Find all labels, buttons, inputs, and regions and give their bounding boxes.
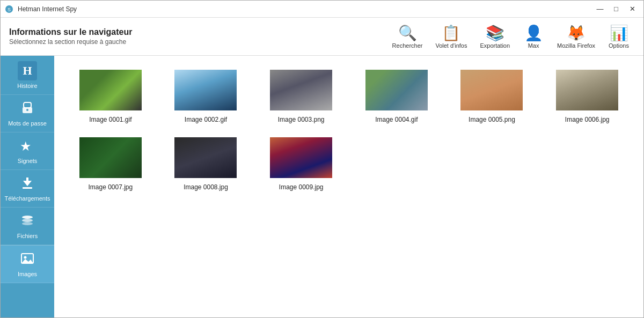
histoire-badge: H xyxy=(18,61,37,80)
main-layout: HHistoireMots de passe★SignetsTélécharge… xyxy=(1,56,643,318)
image-label-6: Image 0006.jpg xyxy=(565,116,610,123)
window-controls: — □ ✕ xyxy=(593,3,639,15)
image-label-9: Image 0009.jpg xyxy=(279,183,324,191)
max-label: Max xyxy=(528,42,539,49)
toolbar-exportation-button[interactable]: 📚Exportation xyxy=(474,22,515,51)
svg-rect-8 xyxy=(23,187,32,189)
exportation-label: Exportation xyxy=(480,42,510,49)
image-thumbnail-wrap-7 xyxy=(78,136,143,179)
toolbar-volet-button[interactable]: 📋Volet d'infos xyxy=(430,22,472,51)
minimize-button[interactable]: — xyxy=(593,3,607,15)
toolbar: 🔍Rechercher📋Volet d'infos📚Exportation👤Ma… xyxy=(387,22,635,51)
app-title: Hetman Internet Spy xyxy=(18,5,77,13)
sidebar-label-histoire: Histoire xyxy=(17,83,37,89)
images-icon xyxy=(20,251,35,269)
svg-rect-2 xyxy=(24,102,31,108)
max-icon: 👤 xyxy=(525,24,542,41)
sidebar-label-mots-de-passe: Mots de passe xyxy=(8,120,47,127)
list-item[interactable]: Image 0007.jpg xyxy=(67,136,154,191)
list-item[interactable]: Image 0002.gif xyxy=(163,69,250,123)
svg-point-13 xyxy=(24,256,27,259)
telechargements-icon xyxy=(20,175,35,193)
content-area[interactable]: Image 0001.gif Image 0002.gif Image 0003… xyxy=(54,56,643,318)
image-thumbnail-2 xyxy=(174,70,237,110)
sidebar-item-images[interactable]: Images xyxy=(1,245,54,283)
image-thumbnail-3 xyxy=(270,70,332,110)
image-label-1: Image 0001.gif xyxy=(89,116,131,123)
svg-text:S: S xyxy=(8,7,11,12)
image-grid: Image 0001.gif Image 0002.gif Image 0003… xyxy=(63,64,635,195)
maximize-button[interactable]: □ xyxy=(609,3,623,15)
list-item[interactable]: Image 0001.gif xyxy=(67,69,154,123)
sidebar-item-mots-de-passe[interactable]: Mots de passe xyxy=(1,95,54,132)
list-item[interactable]: Image 0008.jpg xyxy=(163,136,250,191)
image-label-2: Image 0002.gif xyxy=(185,116,227,123)
image-thumbnail-9 xyxy=(270,137,332,178)
toolbar-options-button[interactable]: 📊Options xyxy=(603,22,635,51)
sidebar-label-fichiers: Fichiers xyxy=(17,233,38,239)
image-thumbnail-4 xyxy=(365,70,428,110)
image-thumbnail-wrap-2 xyxy=(173,69,238,112)
list-item[interactable]: Image 0006.jpg xyxy=(544,69,631,123)
mots-de-passe-icon xyxy=(20,100,35,118)
image-thumbnail-wrap-1 xyxy=(78,69,143,112)
image-thumbnail-wrap-6 xyxy=(555,69,619,112)
exportation-icon: 📚 xyxy=(486,24,503,41)
firefox-icon: 🦊 xyxy=(568,24,585,41)
svg-marker-14 xyxy=(21,259,33,263)
list-item[interactable]: Image 0003.png xyxy=(258,69,345,123)
page-subtitle: Sélectionnez la section requise à gauche xyxy=(9,38,132,46)
svg-point-4 xyxy=(26,109,28,111)
image-thumbnail-wrap-8 xyxy=(173,136,238,179)
image-thumbnail-wrap-5 xyxy=(459,69,524,112)
image-thumbnail-8 xyxy=(174,137,237,178)
image-thumbnail-wrap-3 xyxy=(269,69,333,112)
page-title: Informations sur le navigateur xyxy=(9,27,132,37)
sidebar-item-histoire[interactable]: HHistoire xyxy=(1,56,54,95)
sidebar-label-images: Images xyxy=(18,271,37,277)
sidebar-item-signets[interactable]: ★Signets xyxy=(1,132,54,170)
svg-point-10 xyxy=(22,219,33,222)
volet-label: Volet d'infos xyxy=(435,42,467,49)
svg-point-11 xyxy=(22,222,33,225)
sidebar: HHistoireMots de passe★SignetsTélécharge… xyxy=(1,56,54,318)
app-icon: S xyxy=(5,5,13,13)
signets-icon: ★ xyxy=(20,138,35,156)
list-item[interactable]: Image 0005.png xyxy=(449,69,536,123)
image-thumbnail-6 xyxy=(556,70,618,110)
svg-rect-7 xyxy=(26,178,28,182)
options-label: Options xyxy=(609,42,629,49)
image-thumbnail-7 xyxy=(79,137,142,178)
sidebar-item-telechargements[interactable]: Téléchargements xyxy=(1,170,54,208)
header: Informations sur le navigateur Sélection… xyxy=(1,18,643,56)
image-thumbnail-wrap-9 xyxy=(269,136,333,179)
image-label-5: Image 0005.png xyxy=(469,116,515,123)
image-thumbnail-1 xyxy=(79,70,142,110)
image-label-7: Image 0007.jpg xyxy=(88,183,133,191)
image-label-8: Image 0008.jpg xyxy=(184,183,228,191)
image-label-3: Image 0003.png xyxy=(278,116,325,123)
list-item[interactable]: Image 0004.gif xyxy=(353,69,440,123)
options-icon: 📊 xyxy=(610,24,627,41)
svg-point-9 xyxy=(22,216,33,219)
list-item[interactable]: Image 0009.jpg xyxy=(258,136,345,191)
toolbar-firefox-button[interactable]: 🦊Mozilla Firefox xyxy=(552,22,601,51)
firefox-label: Mozilla Firefox xyxy=(557,42,595,49)
svg-text:★: ★ xyxy=(20,139,32,153)
sidebar-label-signets: Signets xyxy=(18,158,38,164)
fichiers-icon xyxy=(20,213,35,231)
title-bar-left: S Hetman Internet Spy xyxy=(5,5,77,13)
rechercher-icon: 🔍 xyxy=(399,24,416,41)
toolbar-rechercher-button[interactable]: 🔍Rechercher xyxy=(387,22,428,51)
image-thumbnail-wrap-4 xyxy=(364,69,429,112)
title-bar: S Hetman Internet Spy — □ ✕ xyxy=(1,1,643,18)
rechercher-label: Rechercher xyxy=(392,42,423,49)
sidebar-item-fichiers[interactable]: Fichiers xyxy=(1,208,54,245)
image-thumbnail-5 xyxy=(460,70,523,110)
volet-icon: 📋 xyxy=(443,24,460,41)
toolbar-max-button[interactable]: 👤Max xyxy=(517,22,550,51)
header-info: Informations sur le navigateur Sélection… xyxy=(9,27,132,46)
image-label-4: Image 0004.gif xyxy=(375,116,418,123)
close-button[interactable]: ✕ xyxy=(625,3,639,15)
sidebar-label-telechargements: Téléchargements xyxy=(5,195,50,202)
